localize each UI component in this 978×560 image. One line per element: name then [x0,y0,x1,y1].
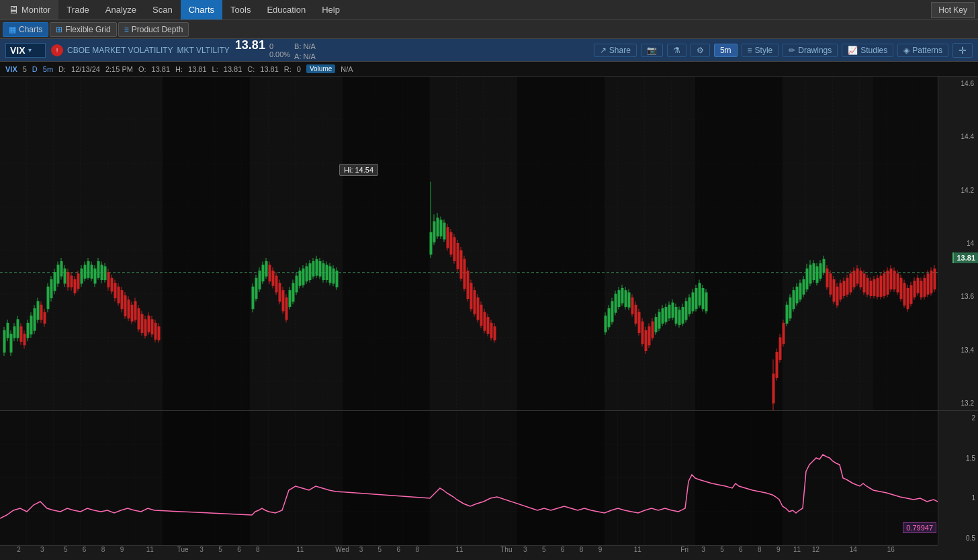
indicator-axis: 2 1.5 1 0.5 [938,411,978,545]
svg-rect-3 [0,77,938,410]
toolbar: ▦ Charts ⊞ Flexible Grid ≡ Product Depth [0,20,978,39]
grid-icon: ⊞ [56,25,62,34]
main-chart[interactable]: ⚠ [0,77,978,411]
crosshair-button[interactable]: ✛ [952,43,973,58]
charts-icon: ▦ [9,25,16,34]
svg-rect-359 [0,411,938,545]
price-axis: 14.6 14.4 14.2 14 13.6 13.4 13.2 [938,77,978,410]
menu-tools[interactable]: Tools [222,0,259,19]
exchange-info: ! CBOE MARKET VOLATILITY MKT VLTILITY [51,44,230,56]
menu-trade[interactable]: Trade [58,0,97,19]
high-tooltip: Hi: 14.54 [339,164,378,176]
settings-button[interactable]: ⚙ [691,44,710,57]
hotkey-button[interactable]: Hot Key [931,2,975,18]
share-icon: ↗ [600,46,607,55]
svg-rect-363 [695,411,783,545]
symbol-selector[interactable]: VIX ▾ [5,43,46,58]
bid-ask-display: B: N/A A: N/A [294,42,316,62]
svg-rect-361 [343,411,430,545]
svg-rect-5 [343,77,430,410]
style-button[interactable]: ≡ Style [742,44,779,57]
charts-toolbar-btn[interactable]: ▦ Charts [3,22,48,37]
menu-education[interactable]: Education [259,0,314,19]
menu-help[interactable]: Help [314,0,348,19]
studies-button[interactable]: 📈 Studies [842,44,893,57]
price-change-pct: 0.00% [269,50,290,58]
company-name: CBOE MARKET VOLATILITY [67,46,173,55]
chart-controls: ↗ Share 📷 ⚗ ⚙ 5m ≡ Style ✏ Drawings 📈 St… [594,43,973,58]
camera-icon: 📷 [647,46,657,55]
price-change-value: 0 [269,42,290,50]
chart-symbol: VIX [5,65,17,73]
volume-button[interactable]: Volume [306,64,335,73]
symbol-text: VIX [10,45,26,56]
market-type: MKT VLTILITY [177,46,230,55]
indicator-value-label: 0.79947 [903,522,936,533]
last-price: 13.81 [235,38,265,52]
indicator-svg [0,411,938,545]
timeframe-button[interactable]: 5m [714,44,738,57]
menu-charts[interactable]: Charts [181,0,222,19]
chart-timeframe: 5m [43,65,53,73]
flexible-grid-btn[interactable]: ⊞ Flexible Grid [50,22,116,37]
patterns-icon: ◈ [903,46,909,55]
product-depth-btn[interactable]: ≡ Product Depth [118,22,189,37]
patterns-button[interactable]: ◈ Patterns [897,44,948,57]
chart-info-bar: VIX 5 D 5m D:12/13/242:15 PM O:13.81 H:1… [0,62,978,77]
svg-rect-6 [517,77,605,410]
menu-scan[interactable]: Scan [144,0,181,19]
chart-container: ⚠ [0,77,978,545]
svg-rect-360 [163,411,250,545]
svg-rect-7 [695,77,783,410]
drawings-button[interactable]: ✏ Drawings [783,44,838,57]
main-chart-svg [0,77,938,410]
dropdown-icon: ▾ [28,46,32,54]
studies-icon: 📈 [848,46,858,55]
flask-button[interactable]: ⚗ [667,44,686,57]
style-icon: ≡ [748,46,752,55]
svg-rect-362 [517,411,605,545]
symbol-bar: VIX ▾ ! CBOE MARKET VOLATILITY MKT VLTIL… [0,39,978,62]
current-price-label: 13.81 [952,252,978,263]
indicator-chart: HistoricalVolatility (10, Annual) 0.7994… [0,411,978,545]
chart-unit: D [32,65,38,73]
gear-icon: ⚙ [697,46,704,55]
depth-icon: ≡ [124,25,129,34]
flask-icon: ⚗ [673,46,680,55]
menu-monitor[interactable]: 🖥 Monitor [0,0,58,19]
menu-bar: 🖥 Monitor Trade Analyze Scan Charts Tool… [0,0,978,20]
svg-rect-8 [873,77,938,410]
share-button[interactable]: ↗ Share [594,44,637,57]
chart-period: 5 [23,65,27,73]
menu-analyze[interactable]: Analyze [97,0,144,19]
pencil-icon: ✏ [789,46,795,55]
alert-dot: ! [51,44,63,56]
svg-rect-4 [163,77,250,410]
camera-button[interactable]: 📷 [641,44,663,57]
price-display: 13.81 0 0.00% B: N/A A: N/A [235,38,316,62]
time-axis: 2 3 5 6 8 9 11 Tue 3 5 6 8 11 Wed 3 5 6 … [0,545,938,560]
